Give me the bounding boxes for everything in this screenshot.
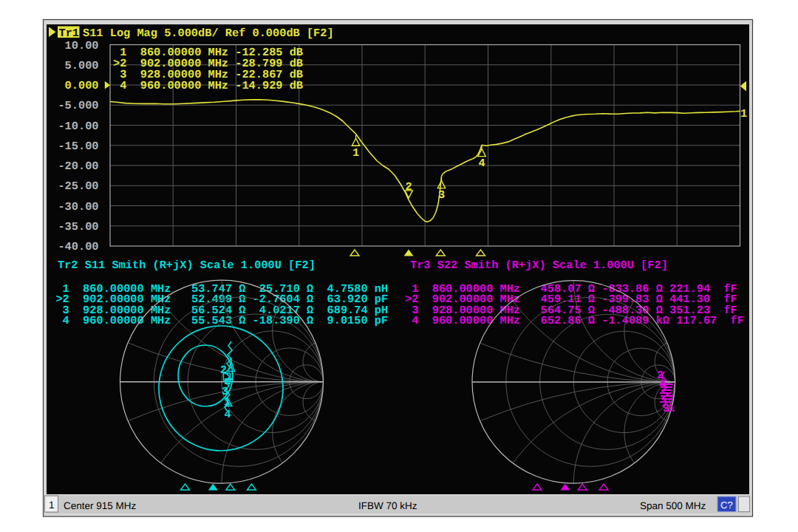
svg-text:Span 500 MHz: Span 500 MHz — [640, 500, 706, 511]
svg-text:4 960.00000 MHz -14.929 dB: 4 960.00000 MHz -14.929 dB — [113, 79, 303, 92]
svg-text:IFBW 70 kHz: IFBW 70 kHz — [358, 500, 417, 511]
svg-text:1: 1 — [740, 107, 747, 120]
svg-text:Tr1: Tr1 — [59, 27, 80, 40]
svg-text:S11 Log Mag 5.000dB/ Ref 0.000: S11 Log Mag 5.000dB/ Ref 0.000dB [F2] — [83, 27, 334, 40]
svg-text:5.000: 5.000 — [65, 59, 99, 72]
svg-text:1: 1 — [352, 146, 359, 160]
svg-text:2: 2 — [220, 364, 227, 377]
svg-text:2: 2 — [406, 180, 412, 194]
svg-text:Center 915 MHz: Center 915 MHz — [64, 500, 137, 511]
svg-text:-35.00: -35.00 — [58, 220, 98, 233]
svg-text:C?: C? — [720, 499, 733, 511]
svg-text:-5.000: -5.000 — [58, 99, 98, 112]
svg-text:-30.00: -30.00 — [58, 200, 98, 214]
svg-text:4 960.00000 MHz 652.86 Ω -1: 4 960.00000 MHz 652.86 Ω -1.4089 kΩ 117.… — [405, 314, 744, 327]
svg-text:4: 4 — [225, 408, 231, 421]
svg-text:3: 3 — [438, 188, 445, 202]
svg-text:Tr3 S22 Smith (R+jX) Scale 1.0: Tr3 S22 Smith (R+jX) Scale 1.000U [F2] — [410, 259, 668, 272]
svg-text:1: 1 — [49, 499, 55, 511]
svg-text:Tr2 S11 Smith (R+jX) Scale 1.0: Tr2 S11 Smith (R+jX) Scale 1.000U [F2] — [58, 259, 316, 272]
svg-text:-25.00: -25.00 — [58, 180, 98, 193]
svg-text:4: 4 — [479, 157, 485, 170]
svg-text:-15.00: -15.00 — [58, 140, 98, 153]
svg-text:10.00: 10.00 — [65, 39, 99, 52]
svg-text:-20.00: -20.00 — [58, 160, 98, 173]
svg-text:-10.00: -10.00 — [58, 120, 98, 133]
svg-text:-40.00: -40.00 — [58, 240, 98, 253]
svg-text:0.000: 0.000 — [65, 79, 99, 92]
